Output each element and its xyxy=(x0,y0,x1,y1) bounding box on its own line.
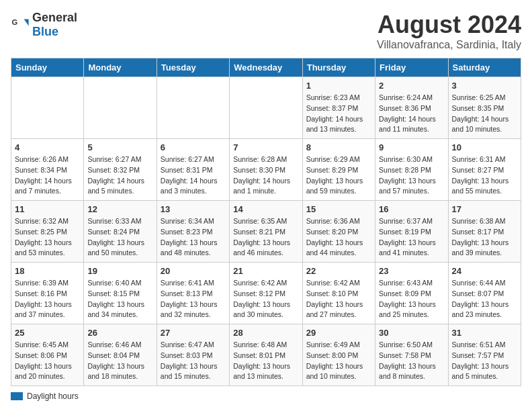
calendar-cell: 15Sunrise: 6:36 AM Sunset: 8:20 PM Dayli… xyxy=(302,201,375,263)
day-info: Sunrise: 6:31 AM Sunset: 8:27 PM Dayligh… xyxy=(452,154,517,197)
calendar-cell: 12Sunrise: 6:33 AM Sunset: 8:24 PM Dayli… xyxy=(84,201,157,263)
calendar-week-row: 1Sunrise: 6:23 AM Sunset: 8:37 PM Daylig… xyxy=(11,77,521,139)
calendar-cell: 9Sunrise: 6:30 AM Sunset: 8:28 PM Daylig… xyxy=(375,139,448,201)
day-info: Sunrise: 6:36 AM Sunset: 8:20 PM Dayligh… xyxy=(306,216,371,259)
calendar-cell: 1Sunrise: 6:23 AM Sunset: 8:37 PM Daylig… xyxy=(302,77,375,139)
calendar-cell: 21Sunrise: 6:42 AM Sunset: 8:12 PM Dayli… xyxy=(230,263,302,324)
calendar-cell: 31Sunrise: 6:51 AM Sunset: 7:57 PM Dayli… xyxy=(448,324,521,386)
day-header-monday: Monday xyxy=(84,58,157,77)
logo-text-general: General xyxy=(32,11,77,24)
day-number: 9 xyxy=(379,142,444,152)
day-header-thursday: Thursday xyxy=(302,58,375,77)
day-number: 15 xyxy=(306,204,371,214)
day-number: 26 xyxy=(87,328,152,338)
day-info: Sunrise: 6:40 AM Sunset: 8:15 PM Dayligh… xyxy=(87,278,152,320)
day-number: 20 xyxy=(161,266,226,276)
day-number: 8 xyxy=(306,142,371,152)
day-info: Sunrise: 6:38 AM Sunset: 8:17 PM Dayligh… xyxy=(452,216,517,259)
legend-label: Daylight hours xyxy=(27,392,79,401)
calendar-cell: 19Sunrise: 6:40 AM Sunset: 8:15 PM Dayli… xyxy=(84,263,157,324)
logo: G General Blue xyxy=(11,11,77,39)
day-info: Sunrise: 6:34 AM Sunset: 8:23 PM Dayligh… xyxy=(161,216,226,259)
calendar-week-row: 4Sunrise: 6:26 AM Sunset: 8:34 PM Daylig… xyxy=(11,139,521,201)
calendar-cell: 6Sunrise: 6:27 AM Sunset: 8:31 PM Daylig… xyxy=(157,139,229,201)
day-info: Sunrise: 6:33 AM Sunset: 8:24 PM Dayligh… xyxy=(87,216,152,259)
legend: Daylight hours xyxy=(11,392,521,401)
day-number: 28 xyxy=(233,328,298,338)
day-number: 17 xyxy=(452,204,517,214)
day-number: 14 xyxy=(233,204,298,214)
day-number: 2 xyxy=(379,81,444,91)
svg-text:G: G xyxy=(11,18,17,26)
calendar-cell: 30Sunrise: 6:50 AM Sunset: 7:58 PM Dayli… xyxy=(375,324,448,386)
page-header: G General Blue August 2024 Villanovafran… xyxy=(11,11,521,51)
day-header-friday: Friday xyxy=(375,58,448,77)
day-number: 11 xyxy=(15,204,80,214)
day-number: 18 xyxy=(15,266,80,276)
day-number: 4 xyxy=(15,142,80,152)
day-info: Sunrise: 6:41 AM Sunset: 8:13 PM Dayligh… xyxy=(161,278,226,320)
calendar-cell xyxy=(230,77,302,139)
day-info: Sunrise: 6:29 AM Sunset: 8:29 PM Dayligh… xyxy=(306,154,371,197)
day-header-saturday: Saturday xyxy=(448,58,521,77)
svg-marker-1 xyxy=(24,19,29,26)
logo-text-blue: Blue xyxy=(32,25,58,38)
calendar-cell: 8Sunrise: 6:29 AM Sunset: 8:29 PM Daylig… xyxy=(302,139,375,201)
calendar-cell: 3Sunrise: 6:25 AM Sunset: 8:35 PM Daylig… xyxy=(448,77,521,139)
day-info: Sunrise: 6:42 AM Sunset: 8:10 PM Dayligh… xyxy=(306,278,371,320)
day-info: Sunrise: 6:27 AM Sunset: 8:31 PM Dayligh… xyxy=(161,154,226,197)
calendar-cell: 13Sunrise: 6:34 AM Sunset: 8:23 PM Dayli… xyxy=(157,201,229,263)
calendar-cell: 18Sunrise: 6:39 AM Sunset: 8:16 PM Dayli… xyxy=(11,263,84,324)
calendar-week-row: 11Sunrise: 6:32 AM Sunset: 8:25 PM Dayli… xyxy=(11,201,521,263)
day-number: 30 xyxy=(379,328,444,338)
day-info: Sunrise: 6:44 AM Sunset: 8:07 PM Dayligh… xyxy=(452,278,517,320)
day-number: 21 xyxy=(233,266,298,276)
day-info: Sunrise: 6:35 AM Sunset: 8:21 PM Dayligh… xyxy=(233,216,298,259)
title-block: August 2024 Villanovafranca, Sardinia, I… xyxy=(377,11,521,51)
logo-icon: G xyxy=(11,15,30,34)
day-info: Sunrise: 6:37 AM Sunset: 8:19 PM Dayligh… xyxy=(379,216,444,259)
calendar-cell: 11Sunrise: 6:32 AM Sunset: 8:25 PM Dayli… xyxy=(11,201,84,263)
calendar-cell: 27Sunrise: 6:47 AM Sunset: 8:03 PM Dayli… xyxy=(157,324,229,386)
day-info: Sunrise: 6:39 AM Sunset: 8:16 PM Dayligh… xyxy=(15,278,80,320)
day-info: Sunrise: 6:28 AM Sunset: 8:30 PM Dayligh… xyxy=(233,154,298,197)
calendar-cell: 22Sunrise: 6:42 AM Sunset: 8:10 PM Dayli… xyxy=(302,263,375,324)
calendar-week-row: 25Sunrise: 6:45 AM Sunset: 8:06 PM Dayli… xyxy=(11,324,521,386)
day-info: Sunrise: 6:32 AM Sunset: 8:25 PM Dayligh… xyxy=(15,216,80,259)
day-info: Sunrise: 6:24 AM Sunset: 8:36 PM Dayligh… xyxy=(379,93,444,135)
calendar-cell: 25Sunrise: 6:45 AM Sunset: 8:06 PM Dayli… xyxy=(11,324,84,386)
calendar-cell: 5Sunrise: 6:27 AM Sunset: 8:32 PM Daylig… xyxy=(84,139,157,201)
day-info: Sunrise: 6:25 AM Sunset: 8:35 PM Dayligh… xyxy=(452,93,517,135)
day-info: Sunrise: 6:42 AM Sunset: 8:12 PM Dayligh… xyxy=(233,278,298,320)
calendar-header-row: SundayMondayTuesdayWednesdayThursdayFrid… xyxy=(11,58,521,77)
day-number: 7 xyxy=(233,142,298,152)
day-number: 1 xyxy=(306,81,371,91)
day-number: 12 xyxy=(87,204,152,214)
day-info: Sunrise: 6:46 AM Sunset: 8:04 PM Dayligh… xyxy=(87,340,152,382)
calendar-cell: 2Sunrise: 6:24 AM Sunset: 8:36 PM Daylig… xyxy=(375,77,448,139)
day-info: Sunrise: 6:49 AM Sunset: 8:00 PM Dayligh… xyxy=(306,340,371,382)
day-info: Sunrise: 6:26 AM Sunset: 8:34 PM Dayligh… xyxy=(15,154,80,197)
calendar-cell: 26Sunrise: 6:46 AM Sunset: 8:04 PM Dayli… xyxy=(84,324,157,386)
calendar-cell: 7Sunrise: 6:28 AM Sunset: 8:30 PM Daylig… xyxy=(230,139,302,201)
day-info: Sunrise: 6:50 AM Sunset: 7:58 PM Dayligh… xyxy=(379,340,444,382)
day-number: 22 xyxy=(306,266,371,276)
main-title: August 2024 xyxy=(377,11,521,39)
day-number: 5 xyxy=(87,142,152,152)
day-header-sunday: Sunday xyxy=(11,58,84,77)
calendar-cell xyxy=(157,77,229,139)
day-number: 3 xyxy=(452,81,517,91)
legend-color-box xyxy=(11,392,23,400)
calendar-cell: 24Sunrise: 6:44 AM Sunset: 8:07 PM Dayli… xyxy=(448,263,521,324)
day-number: 16 xyxy=(379,204,444,214)
day-number: 31 xyxy=(452,328,517,338)
calendar-cell: 20Sunrise: 6:41 AM Sunset: 8:13 PM Dayli… xyxy=(157,263,229,324)
day-number: 25 xyxy=(15,328,80,338)
calendar-cell: 4Sunrise: 6:26 AM Sunset: 8:34 PM Daylig… xyxy=(11,139,84,201)
day-info: Sunrise: 6:47 AM Sunset: 8:03 PM Dayligh… xyxy=(161,340,226,382)
calendar-cell: 29Sunrise: 6:49 AM Sunset: 8:00 PM Dayli… xyxy=(302,324,375,386)
day-number: 6 xyxy=(161,142,226,152)
day-number: 19 xyxy=(87,266,152,276)
calendar-cell xyxy=(84,77,157,139)
calendar-cell: 16Sunrise: 6:37 AM Sunset: 8:19 PM Dayli… xyxy=(375,201,448,263)
